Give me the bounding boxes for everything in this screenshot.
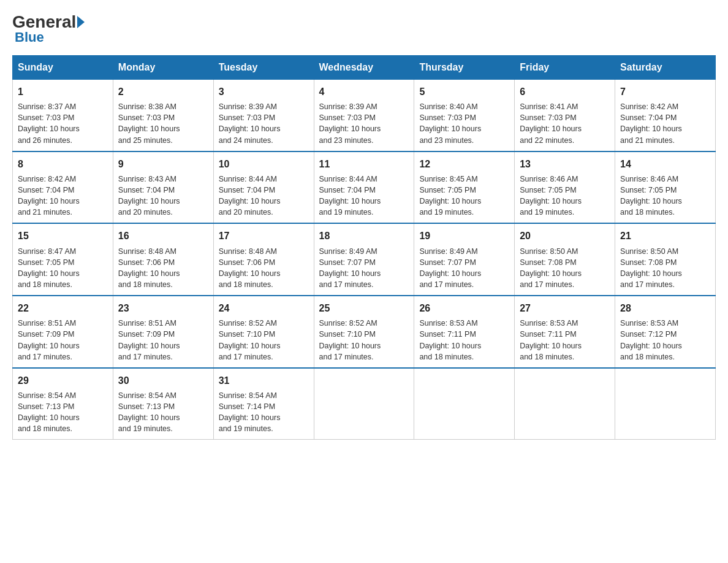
- day-info: Sunrise: 8:49 AM Sunset: 7:07 PM Dayligh…: [419, 246, 509, 291]
- day-number: 16: [118, 229, 208, 243]
- day-number: 12: [419, 157, 509, 171]
- day-info: Sunrise: 8:54 AM Sunset: 7:14 PM Dayligh…: [219, 390, 309, 435]
- calendar-week-row: 15 Sunrise: 8:47 AM Sunset: 7:05 PM Dayl…: [13, 223, 716, 296]
- calendar-cell: 23 Sunrise: 8:51 AM Sunset: 7:09 PM Dayl…: [113, 296, 213, 368]
- day-number: 1: [18, 85, 108, 99]
- calendar-cell: 4 Sunrise: 8:39 AM Sunset: 7:03 PM Dayli…: [314, 80, 414, 151]
- day-info: Sunrise: 8:42 AM Sunset: 7:04 PM Dayligh…: [18, 174, 108, 218]
- calendar-cell: 26 Sunrise: 8:53 AM Sunset: 7:11 PM Dayl…: [414, 296, 515, 368]
- day-info: Sunrise: 8:45 AM Sunset: 7:05 PM Dayligh…: [419, 174, 509, 218]
- logo-arrow-icon: [77, 16, 85, 28]
- col-header-thursday: Thursday: [414, 56, 515, 80]
- calendar-cell: 20 Sunrise: 8:50 AM Sunset: 7:08 PM Dayl…: [515, 223, 615, 296]
- calendar-cell: 12 Sunrise: 8:45 AM Sunset: 7:05 PM Dayl…: [414, 151, 515, 224]
- calendar-cell: [515, 368, 615, 440]
- day-number: 19: [419, 229, 509, 243]
- calendar-cell: 16 Sunrise: 8:48 AM Sunset: 7:06 PM Dayl…: [113, 223, 213, 296]
- calendar-cell: 19 Sunrise: 8:49 AM Sunset: 7:07 PM Dayl…: [414, 223, 515, 296]
- day-info: Sunrise: 8:37 AM Sunset: 7:03 PM Dayligh…: [18, 101, 108, 146]
- day-info: Sunrise: 8:50 AM Sunset: 7:08 PM Dayligh…: [620, 246, 710, 291]
- day-info: Sunrise: 8:38 AM Sunset: 7:03 PM Dayligh…: [118, 101, 208, 146]
- calendar-cell: 9 Sunrise: 8:43 AM Sunset: 7:04 PM Dayli…: [113, 151, 213, 224]
- calendar-cell: 18 Sunrise: 8:49 AM Sunset: 7:07 PM Dayl…: [314, 223, 414, 296]
- day-number: 13: [520, 157, 610, 171]
- day-info: Sunrise: 8:53 AM Sunset: 7:11 PM Dayligh…: [419, 318, 509, 362]
- calendar-cell: 10 Sunrise: 8:44 AM Sunset: 7:04 PM Dayl…: [213, 151, 314, 224]
- day-info: Sunrise: 8:46 AM Sunset: 7:05 PM Dayligh…: [620, 174, 710, 218]
- day-number: 14: [620, 157, 710, 171]
- calendar-cell: 6 Sunrise: 8:41 AM Sunset: 7:03 PM Dayli…: [515, 80, 615, 151]
- logo-blue: Blue: [15, 29, 44, 45]
- day-number: 18: [319, 229, 409, 243]
- calendar-header-row: SundayMondayTuesdayWednesdayThursdayFrid…: [13, 56, 716, 80]
- calendar-cell: 8 Sunrise: 8:42 AM Sunset: 7:04 PM Dayli…: [13, 151, 113, 224]
- day-info: Sunrise: 8:50 AM Sunset: 7:08 PM Dayligh…: [520, 246, 610, 291]
- day-number: 27: [520, 301, 610, 315]
- calendar-cell: 1 Sunrise: 8:37 AM Sunset: 7:03 PM Dayli…: [13, 80, 113, 151]
- col-header-saturday: Saturday: [615, 56, 716, 80]
- calendar-cell: 31 Sunrise: 8:54 AM Sunset: 7:14 PM Dayl…: [213, 368, 314, 440]
- day-info: Sunrise: 8:42 AM Sunset: 7:04 PM Dayligh…: [620, 101, 710, 146]
- day-info: Sunrise: 8:39 AM Sunset: 7:03 PM Dayligh…: [319, 101, 409, 146]
- day-info: Sunrise: 8:48 AM Sunset: 7:06 PM Dayligh…: [118, 246, 208, 291]
- day-info: Sunrise: 8:51 AM Sunset: 7:09 PM Dayligh…: [118, 318, 208, 362]
- calendar-week-row: 1 Sunrise: 8:37 AM Sunset: 7:03 PM Dayli…: [13, 80, 716, 151]
- calendar-cell: 5 Sunrise: 8:40 AM Sunset: 7:03 PM Dayli…: [414, 80, 515, 151]
- day-info: Sunrise: 8:52 AM Sunset: 7:10 PM Dayligh…: [219, 318, 309, 362]
- day-number: 6: [520, 85, 610, 99]
- col-header-sunday: Sunday: [13, 56, 113, 80]
- calendar-cell: [414, 368, 515, 440]
- calendar-cell: 14 Sunrise: 8:46 AM Sunset: 7:05 PM Dayl…: [615, 151, 716, 224]
- calendar-cell: 22 Sunrise: 8:51 AM Sunset: 7:09 PM Dayl…: [13, 296, 113, 368]
- day-number: 10: [219, 157, 309, 171]
- day-info: Sunrise: 8:53 AM Sunset: 7:11 PM Dayligh…: [520, 318, 610, 362]
- calendar-week-row: 8 Sunrise: 8:42 AM Sunset: 7:04 PM Dayli…: [13, 151, 716, 224]
- day-info: Sunrise: 8:54 AM Sunset: 7:13 PM Dayligh…: [18, 390, 108, 435]
- day-number: 3: [219, 85, 309, 99]
- calendar-cell: 17 Sunrise: 8:48 AM Sunset: 7:06 PM Dayl…: [213, 223, 314, 296]
- day-info: Sunrise: 8:44 AM Sunset: 7:04 PM Dayligh…: [219, 174, 309, 218]
- calendar-cell: [615, 368, 716, 440]
- day-number: 9: [118, 157, 208, 171]
- day-info: Sunrise: 8:51 AM Sunset: 7:09 PM Dayligh…: [18, 318, 108, 362]
- logo: General Blue: [12, 12, 86, 45]
- day-info: Sunrise: 8:43 AM Sunset: 7:04 PM Dayligh…: [118, 174, 208, 218]
- day-info: Sunrise: 8:48 AM Sunset: 7:06 PM Dayligh…: [219, 246, 309, 291]
- day-info: Sunrise: 8:47 AM Sunset: 7:05 PM Dayligh…: [18, 246, 108, 291]
- calendar-cell: 7 Sunrise: 8:42 AM Sunset: 7:04 PM Dayli…: [615, 80, 716, 151]
- calendar-cell: 28 Sunrise: 8:53 AM Sunset: 7:12 PM Dayl…: [615, 296, 716, 368]
- day-number: 4: [319, 85, 409, 99]
- day-number: 5: [419, 85, 509, 99]
- day-info: Sunrise: 8:41 AM Sunset: 7:03 PM Dayligh…: [520, 101, 610, 146]
- day-number: 24: [219, 301, 309, 315]
- col-header-wednesday: Wednesday: [314, 56, 414, 80]
- day-info: Sunrise: 8:54 AM Sunset: 7:13 PM Dayligh…: [118, 390, 208, 435]
- day-info: Sunrise: 8:39 AM Sunset: 7:03 PM Dayligh…: [219, 101, 309, 146]
- calendar-cell: 27 Sunrise: 8:53 AM Sunset: 7:11 PM Dayl…: [515, 296, 615, 368]
- day-number: 28: [620, 301, 710, 315]
- day-number: 31: [219, 373, 309, 388]
- col-header-tuesday: Tuesday: [213, 56, 314, 80]
- day-number: 26: [419, 301, 509, 315]
- day-number: 2: [118, 85, 208, 99]
- calendar-cell: 2 Sunrise: 8:38 AM Sunset: 7:03 PM Dayli…: [113, 80, 213, 151]
- page-header: General Blue: [12, 12, 716, 45]
- day-info: Sunrise: 8:53 AM Sunset: 7:12 PM Dayligh…: [620, 318, 710, 362]
- day-info: Sunrise: 8:46 AM Sunset: 7:05 PM Dayligh…: [520, 174, 610, 218]
- day-number: 20: [520, 229, 610, 243]
- day-info: Sunrise: 8:52 AM Sunset: 7:10 PM Dayligh…: [319, 318, 409, 362]
- calendar-cell: 24 Sunrise: 8:52 AM Sunset: 7:10 PM Dayl…: [213, 296, 314, 368]
- calendar-cell: 11 Sunrise: 8:44 AM Sunset: 7:04 PM Dayl…: [314, 151, 414, 224]
- col-header-friday: Friday: [515, 56, 615, 80]
- day-info: Sunrise: 8:44 AM Sunset: 7:04 PM Dayligh…: [319, 174, 409, 218]
- day-number: 21: [620, 229, 710, 243]
- calendar-cell: [314, 368, 414, 440]
- day-number: 25: [319, 301, 409, 315]
- day-info: Sunrise: 8:49 AM Sunset: 7:07 PM Dayligh…: [319, 246, 409, 291]
- calendar-cell: 15 Sunrise: 8:47 AM Sunset: 7:05 PM Dayl…: [13, 223, 113, 296]
- day-number: 29: [18, 373, 108, 388]
- calendar-cell: 25 Sunrise: 8:52 AM Sunset: 7:10 PM Dayl…: [314, 296, 414, 368]
- col-header-monday: Monday: [113, 56, 213, 80]
- calendar-cell: 3 Sunrise: 8:39 AM Sunset: 7:03 PM Dayli…: [213, 80, 314, 151]
- calendar-cell: 21 Sunrise: 8:50 AM Sunset: 7:08 PM Dayl…: [615, 223, 716, 296]
